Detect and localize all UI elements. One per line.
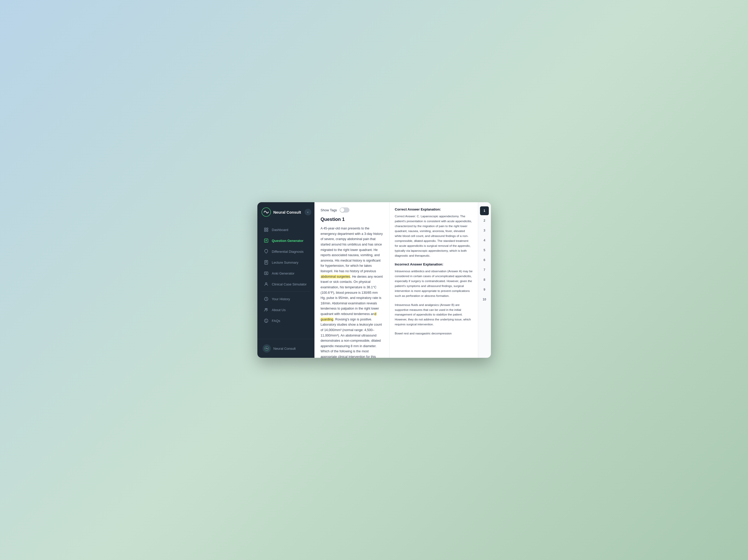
sidebar-item-your-history[interactable]: Your History — [259, 294, 312, 304]
q-number-8[interactable]: 8 — [480, 275, 489, 284]
sidebar-item-faqs[interactable]: FAQs — [259, 316, 312, 326]
q-number-7[interactable]: 7 — [480, 266, 489, 274]
explanation-panel: Correct Answer Explanation: Correct Answ… — [390, 202, 478, 358]
sidebar-footer: Neural Consult — [257, 339, 314, 358]
main-content: Show Tags Question 1 A 45-year-old man p… — [314, 202, 491, 358]
app-title: Neural Consult — [274, 210, 301, 214]
q-number-2[interactable]: 2 — [480, 216, 489, 225]
svg-point-10 — [265, 283, 267, 284]
sidebar-footer-logo[interactable]: Neural Consult — [259, 342, 312, 355]
sidebar-header: Neural Consult ‹ — [257, 202, 314, 222]
show-tags-label: Show Tags — [321, 208, 337, 212]
svg-point-2 — [268, 212, 268, 213]
q-number-1[interactable]: 1 — [480, 206, 489, 215]
footer-logo-icon — [262, 344, 271, 352]
show-tags-row: Show Tags — [321, 208, 383, 213]
show-tags-toggle[interactable] — [340, 208, 349, 213]
incorrect-answer-text-3: Bowel rest and nasogastric decompression — [395, 331, 473, 336]
incorrect-answer-text-2: Intravenous fluids and analgesics (Answe… — [395, 302, 473, 327]
svg-point-1 — [264, 212, 264, 213]
question-text-part3: . Rovsing's sign is positive. Laboratory… — [321, 318, 382, 358]
question-panel: Show Tags Question 1 A 45-year-old man p… — [314, 202, 390, 358]
svg-rect-4 — [266, 228, 268, 229]
svg-point-12 — [265, 309, 266, 310]
sidebar-item-about-us[interactable]: About Us — [259, 305, 312, 315]
sidebar-item-lecture-summary-label: Lecture Summary — [272, 261, 299, 264]
sidebar-item-anki-generator[interactable]: Anki Generator — [259, 268, 312, 278]
question-text-part2: . He denies any recent travel or sick co… — [321, 275, 383, 316]
q-number-3[interactable]: 3 — [480, 226, 489, 235]
q-number-6[interactable]: 6 — [480, 255, 489, 264]
incorrect-answer-text-1: Intravenous antibiotics and observation … — [395, 269, 473, 298]
sidebar-item-faqs-label: FAQs — [272, 319, 280, 323]
correct-answer-text: Correct Answer: C. Laparoscopic appendec… — [395, 214, 473, 258]
sidebar-item-differential-diagnosis-label: Differential Diagnosis — [272, 250, 304, 253]
incorrect-answer-title: Incorrect Answer Explanation: — [395, 262, 473, 266]
clinical-case-icon — [264, 282, 269, 287]
question-title: Question 1 — [321, 217, 383, 222]
q-number-9[interactable]: 9 — [480, 285, 489, 294]
question-highlight-1: abdominal surgeries — [321, 275, 351, 278]
sidebar-item-history-label: Your History — [272, 297, 290, 301]
differential-diagnosis-icon — [264, 249, 269, 254]
app-logo-icon — [261, 208, 271, 217]
sidebar-item-clinical-case[interactable]: Clinical Case Simulator — [259, 279, 312, 289]
question-body: A 45-year-old man presents to the emerge… — [321, 226, 383, 358]
lecture-summary-icon — [264, 260, 269, 265]
sidebar-item-clinical-case-label: Clinical Case Simulator — [272, 282, 307, 286]
sidebar: Neural Consult ‹ Dashboard — [257, 202, 314, 358]
faqs-icon — [264, 318, 269, 323]
back-button[interactable]: ‹ — [305, 209, 311, 215]
sidebar-divider — [261, 291, 310, 292]
question-generator-icon — [264, 238, 269, 243]
anki-generator-icon — [264, 271, 269, 276]
sidebar-item-question-generator[interactable]: Question Generator — [259, 236, 312, 246]
dashboard-icon — [264, 227, 269, 232]
question-text-part1: A 45-year-old man presents to the emerge… — [321, 226, 383, 273]
sidebar-nav: Dashboard Question Generator Differen — [257, 222, 314, 339]
history-icon — [264, 296, 269, 301]
q-number-10[interactable]: 10 — [480, 295, 489, 304]
sidebar-item-about-us-label: About Us — [272, 308, 286, 312]
about-us-icon — [264, 307, 269, 312]
sidebar-item-dashboard[interactable]: Dashboard — [259, 224, 312, 235]
svg-rect-8 — [265, 261, 268, 264]
svg-point-15 — [266, 321, 266, 322]
q-number-4[interactable]: 4 — [480, 236, 489, 245]
svg-rect-5 — [264, 230, 266, 232]
q-number-5[interactable]: 5 — [480, 246, 489, 254]
sidebar-item-dashboard-label: Dashboard — [272, 228, 288, 232]
svg-point-13 — [266, 309, 267, 310]
sidebar-item-lecture-summary[interactable]: Lecture Summary — [259, 257, 312, 268]
app-window: Neural Consult ‹ Dashboard — [257, 202, 491, 358]
footer-title-label: Neural Consult — [274, 347, 296, 350]
svg-rect-3 — [264, 228, 266, 229]
svg-rect-6 — [266, 230, 268, 232]
question-numbers-panel: 1 2 3 4 5 6 7 8 9 10 — [478, 202, 491, 358]
sidebar-item-differential-diagnosis[interactable]: Differential Diagnosis — [259, 246, 312, 257]
sidebar-item-question-generator-label: Question Generator — [272, 239, 304, 243]
correct-answer-title: Correct Answer Explanation: — [395, 208, 473, 211]
sidebar-item-anki-generator-label: Anki Generator — [272, 271, 295, 275]
